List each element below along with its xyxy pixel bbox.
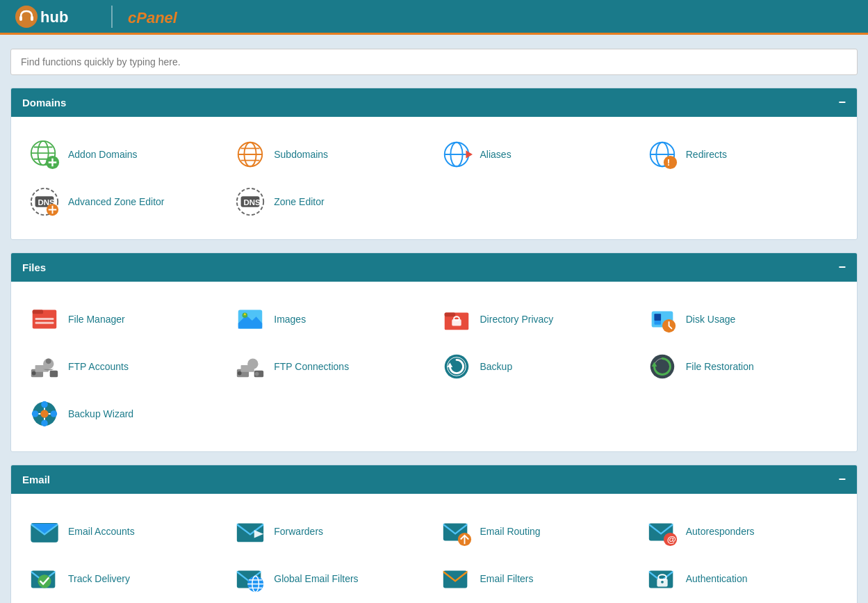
label-email-filters: Email Filters (480, 573, 534, 584)
item-directory-privacy[interactable]: Directory Privacy (434, 296, 640, 343)
label-autoresponders: Autoresponders (686, 526, 755, 537)
label-email-accounts: Email Accounts (68, 526, 135, 537)
item-images[interactable]: Images (228, 296, 434, 343)
item-email-accounts[interactable]: Email Accounts (22, 508, 228, 555)
icon-authentication (646, 562, 679, 595)
svg-rect-38 (35, 318, 54, 320)
label-subdomains: Subdomains (274, 149, 328, 160)
svg-rect-45 (444, 312, 455, 316)
icon-backup (440, 350, 473, 383)
svg-rect-105 (443, 571, 467, 588)
label-email-routing: Email Routing (480, 526, 541, 537)
icon-email-routing (440, 515, 473, 548)
label-global-email-filters: Global Email Filters (274, 573, 358, 584)
sections-container: Domains − Addon Domains Subdomains Alias… (10, 88, 858, 603)
item-track-delivery[interactable]: Track Delivery (22, 555, 228, 602)
svg-point-53 (32, 371, 36, 376)
svg-point-112 (661, 581, 664, 584)
icon-ftp-connections (234, 350, 267, 383)
header: hub cPanel (0, 0, 868, 35)
icon-zone-editor: DNS (234, 185, 267, 218)
item-file-manager[interactable]: File Manager (22, 296, 228, 343)
icon-global-email-filters (234, 562, 267, 595)
label-ftp-accounts: FTP Accounts (68, 361, 129, 372)
item-forwarders[interactable]: Forwarders (228, 508, 434, 555)
label-images: Images (274, 314, 306, 325)
logo-divider (111, 6, 113, 28)
label-file-manager: File Manager (68, 314, 125, 325)
item-ftp-connections[interactable]: FTP Connections (228, 343, 434, 390)
label-disk-usage: Disk Usage (686, 314, 736, 325)
icon-forwarders (234, 515, 267, 548)
section-body-files: File Manager Images Directory Privacy Di… (11, 282, 857, 451)
svg-text:hub: hub (40, 8, 68, 26)
item-email-routing[interactable]: Email Routing (434, 508, 640, 555)
label-zone-editor: Zone Editor (274, 196, 324, 207)
svg-rect-39 (35, 322, 54, 324)
section-header-files[interactable]: Files − (11, 253, 857, 282)
svg-rect-37 (33, 310, 43, 314)
svg-point-72 (51, 410, 58, 417)
item-aliases[interactable]: Aliases (434, 131, 640, 178)
icon-track-delivery (28, 562, 61, 595)
search-input[interactable] (10, 49, 858, 75)
item-addon-domains[interactable]: Addon Domains (22, 131, 228, 178)
icon-images (234, 303, 267, 336)
icon-redirects: ! (646, 138, 679, 171)
icon-file-restoration (646, 350, 679, 383)
icon-disk-usage (646, 303, 679, 336)
icon-subdomains (234, 138, 267, 171)
icon-email-accounts (28, 515, 61, 548)
label-backup-wizard: Backup Wizard (68, 408, 133, 419)
icon-backup-wizard (28, 397, 61, 431)
item-email-filters[interactable]: Email Filters (434, 555, 640, 602)
section-title-email: Email (22, 474, 50, 485)
item-global-email-filters[interactable]: Global Email Filters (228, 555, 434, 602)
section-collapse-files[interactable]: − (838, 260, 846, 275)
cpanel-logo: cPanel (126, 4, 189, 29)
item-zone-editor[interactable]: DNS Zone Editor (228, 178, 434, 225)
main-content: Domains − Addon Domains Subdomains Alias… (0, 35, 868, 603)
item-subdomains[interactable]: Subdomains (228, 131, 434, 178)
item-advanced-zone-editor[interactable]: DNS Advanced Zone Editor (22, 178, 228, 225)
icon-autoresponders: @ (646, 515, 679, 548)
svg-rect-2 (31, 16, 33, 21)
item-ftp-accounts[interactable]: FTP Accounts (22, 343, 228, 390)
item-backup-wizard[interactable]: Backup Wizard (22, 390, 228, 437)
section-title-domains: Domains (22, 97, 66, 108)
icon-file-manager (28, 303, 61, 336)
svg-point-73 (41, 401, 48, 408)
label-ftp-connections: FTP Connections (274, 361, 349, 372)
icon-email-filters (440, 562, 473, 595)
label-addon-domains: Addon Domains (68, 149, 138, 160)
svg-rect-50 (654, 314, 661, 321)
svg-point-61 (247, 359, 258, 369)
label-backup: Backup (480, 361, 513, 372)
section-header-domains[interactable]: Domains − (11, 88, 857, 117)
item-disk-usage[interactable]: Disk Usage (640, 296, 846, 343)
section-collapse-domains[interactable]: − (838, 95, 846, 110)
svg-text:DNS: DNS (244, 198, 261, 207)
section-header-email[interactable]: Email − (11, 465, 857, 494)
item-redirects[interactable]: ! Redirects (640, 131, 846, 178)
item-backup[interactable]: Backup (434, 343, 640, 390)
item-authentication[interactable]: Authentication (640, 555, 846, 602)
item-file-restoration[interactable]: File Restoration (640, 343, 846, 390)
svg-point-63 (255, 372, 259, 376)
svg-point-75 (40, 410, 49, 418)
icon-ftp-accounts (28, 350, 61, 383)
section-title-files: Files (22, 262, 46, 273)
svg-point-0 (15, 6, 38, 28)
label-authentication: Authentication (686, 573, 748, 584)
svg-text:@: @ (666, 534, 675, 545)
label-advanced-zone-editor: Advanced Zone Editor (68, 196, 165, 207)
section-collapse-email[interactable]: − (838, 472, 846, 487)
svg-rect-1 (19, 16, 22, 21)
icon-addon-domains (28, 138, 61, 171)
label-file-restoration: File Restoration (686, 361, 754, 372)
section-body-email: Email Accounts Forwarders Email Routing … (11, 494, 857, 603)
label-directory-privacy: Directory Privacy (480, 314, 554, 325)
icon-advanced-zone-editor: DNS (28, 185, 61, 218)
svg-text:cPanel: cPanel (128, 9, 178, 26)
item-autoresponders[interactable]: @ Autoresponders (640, 508, 846, 555)
